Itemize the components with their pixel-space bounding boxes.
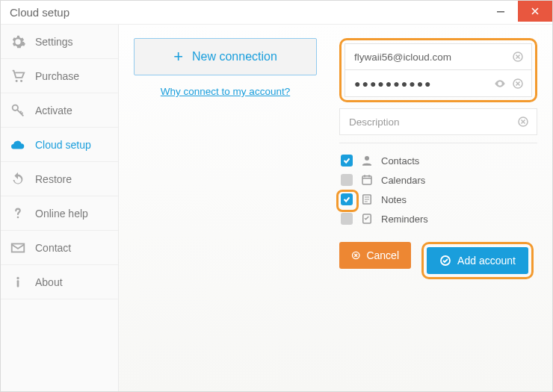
sync-option-notes[interactable]: Notes [341,193,537,206]
sidebar-item-label: Cloud setup [35,139,91,151]
svg-rect-7 [17,280,19,287]
gear-icon [10,34,26,50]
sync-option-label: Contacts [381,155,419,167]
sidebar-item-activate[interactable]: Activate [1,93,118,128]
svg-rect-13 [364,175,365,177]
plus-icon: + [173,47,183,66]
close-button[interactable] [518,1,552,22]
credentials-highlight: flywaii56@icloud.com ●●●●●●●●●● [339,38,537,102]
notes-icon [360,193,374,206]
restore-icon [10,171,26,187]
svg-point-3 [13,105,18,110]
clear-password-button[interactable] [510,76,525,91]
sidebar-item-cloud-setup[interactable]: Cloud setup [1,128,118,162]
content-area: + New connection Why connect to my accou… [119,25,552,391]
description-field[interactable]: Description [339,108,537,135]
window-title: Cloud setup [10,6,69,19]
svg-point-4 [17,216,19,218]
checkbox-notes[interactable] [341,193,353,205]
sidebar-item-purchase[interactable]: Purchase [1,59,118,93]
sidebar-item-restore[interactable]: Restore [1,162,118,196]
new-connection-button[interactable]: + New connection [134,38,317,75]
svg-point-6 [16,276,19,279]
checkbox-contacts[interactable] [341,155,353,167]
password-field[interactable]: ●●●●●●●●●● [345,70,532,97]
sync-option-contacts[interactable]: Contacts [341,154,537,167]
password-value: ●●●●●●●●●● [354,78,489,90]
cloud-icon [10,137,26,153]
add-account-highlight: Add account [421,242,534,279]
clear-email-button[interactable] [510,49,525,64]
why-connect-link[interactable]: Why connect to my account? [161,86,290,97]
cancel-icon [351,249,360,261]
sync-option-reminders[interactable]: Reminders [341,212,537,225]
sidebar-item-label: Activate [35,105,72,116]
sidebar: Settings Purchase Activate Cloud setup [1,25,119,391]
sidebar-item-label: Purchase [35,70,79,82]
sidebar-item-contact[interactable]: Contact [1,231,118,265]
sync-option-label: Notes [381,194,407,205]
checkbox-reminders[interactable] [341,213,353,225]
titlebar: Cloud setup [1,1,552,25]
cancel-label: Cancel [366,249,399,261]
sync-option-label: Calendars [381,175,425,186]
email-field[interactable]: flywaii56@icloud.com [345,43,532,70]
sidebar-item-online-help[interactable]: Online help [1,196,118,231]
sidebar-item-settings[interactable]: Settings [1,25,118,59]
svg-point-1 [16,79,18,81]
checkbox-calendars[interactable] [341,174,353,186]
sync-option-calendars[interactable]: Calendars [341,173,537,187]
email-value: flywaii56@icloud.com [354,52,507,63]
svg-rect-14 [368,175,370,177]
mail-icon [10,240,26,256]
check-circle-icon [439,255,451,267]
svg-point-2 [20,79,22,81]
info-icon [10,274,26,290]
sidebar-item-about[interactable]: About [1,265,118,299]
description-placeholder: Description [349,116,513,128]
minimize-button[interactable] [484,1,518,22]
sync-option-label: Reminders [381,214,428,225]
cart-icon [10,68,26,84]
sidebar-item-label: Restore [35,173,72,185]
sidebar-item-label: Settings [35,36,73,48]
key-icon [10,102,26,119]
sidebar-item-label: Contact [35,242,71,254]
clear-description-button[interactable] [516,114,531,129]
svg-point-11 [365,156,369,161]
cancel-button[interactable]: Cancel [339,242,411,269]
add-account-label: Add account [457,255,516,267]
question-icon [10,205,26,222]
new-connection-label: New connection [192,50,277,63]
svg-rect-12 [362,176,371,184]
calendar-icon [360,173,374,187]
reminders-icon [360,212,374,225]
sync-options-list: Contacts Calendars Notes [341,154,537,225]
sidebar-item-label: About [35,276,63,288]
contacts-icon [360,154,374,167]
add-account-button[interactable]: Add account [427,247,528,274]
svg-rect-0 [497,11,504,13]
app-window: Cloud setup Settings Purchase [0,0,553,392]
sidebar-item-label: Online help [35,208,88,220]
show-password-button[interactable] [492,76,507,91]
divider [339,143,537,143]
